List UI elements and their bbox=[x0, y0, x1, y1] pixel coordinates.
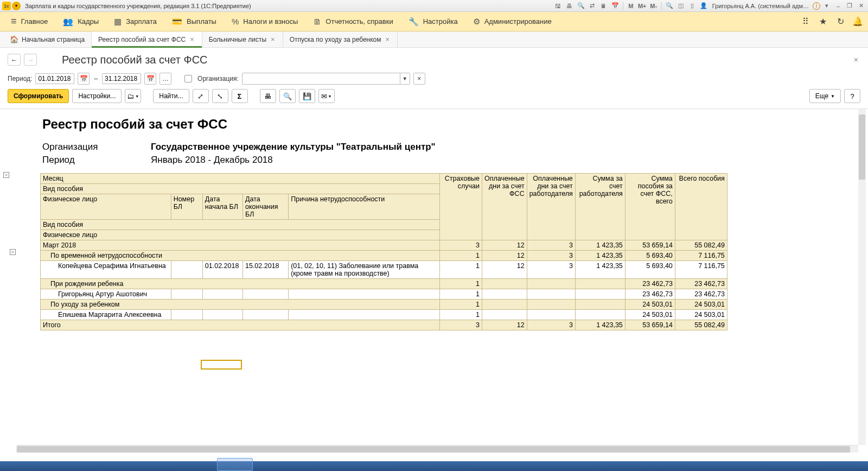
table-row[interactable]: При рождении ребенка123 462,7323 462,73 bbox=[41, 279, 727, 289]
report-scroll[interactable]: Реестр пособий за счет ФСС Организация Г… bbox=[16, 109, 858, 445]
save-button[interactable]: 💾 bbox=[299, 89, 315, 103]
org-checkbox[interactable] bbox=[184, 75, 192, 82]
card-icon: 💳 bbox=[172, 17, 182, 27]
close-icon[interactable]: ✕ bbox=[856, 2, 866, 10]
titlebar: 1c ▾ Зарплата и кадры государственного у… bbox=[0, 0, 868, 12]
tab-childcare-leaves[interactable]: Отпуска по уходу за ребенком× bbox=[283, 31, 398, 47]
expand-button[interactable]: ⤢ bbox=[193, 89, 209, 103]
menu-personnel[interactable]: 👥Кадры bbox=[55, 12, 106, 31]
doc-icon: 🗎 bbox=[313, 17, 321, 26]
m-plus-icon[interactable]: M+ bbox=[637, 2, 647, 10]
panel-icon[interactable]: ▯ bbox=[687, 2, 697, 10]
tree-toggle[interactable]: − bbox=[10, 249, 16, 255]
variants-button[interactable]: 🗂▼ bbox=[125, 89, 141, 103]
org-label: Организация: bbox=[197, 75, 239, 82]
tab-sick-leaves[interactable]: Больничные листы× bbox=[202, 31, 283, 47]
chevron-down-icon[interactable]: ▼ bbox=[400, 73, 410, 84]
compare-icon[interactable]: ⇄ bbox=[588, 2, 597, 10]
th-bl-num: Номер БЛ bbox=[171, 194, 202, 220]
th-paid-fss: Оплаченные дни за счет ФСС bbox=[482, 174, 527, 240]
menu-payments[interactable]: 💳Выплаты bbox=[164, 12, 224, 31]
close-icon[interactable]: × bbox=[270, 35, 276, 43]
people-icon: 👥 bbox=[63, 17, 73, 27]
sum-button[interactable]: Σ bbox=[232, 89, 248, 103]
th-sum-total: Всего пособия bbox=[675, 174, 727, 240]
horizontal-scrollbar[interactable] bbox=[16, 445, 858, 453]
history-icon[interactable]: ↻ bbox=[833, 15, 847, 29]
total-stot: 55 082,49 bbox=[675, 320, 727, 330]
tab-home[interactable]: 🏠Начальная страница bbox=[3, 31, 92, 47]
close-icon[interactable]: × bbox=[385, 35, 391, 43]
report-toolbar: Сформировать Настройки... 🗂▼ Найти... ⤢ … bbox=[0, 89, 868, 109]
user-name[interactable]: Григорьянц А.А. (системный адм… bbox=[710, 3, 811, 9]
m-icon[interactable]: M bbox=[626, 2, 636, 10]
generate-button[interactable]: Сформировать bbox=[8, 89, 69, 103]
tab-fss-registry[interactable]: Реестр пособий за счет ФСС× bbox=[92, 31, 202, 47]
settings-button[interactable]: Настройки... bbox=[72, 89, 122, 103]
preview-icon[interactable]: 🔍 bbox=[576, 2, 586, 10]
find-button[interactable]: Найти... bbox=[153, 89, 189, 103]
star-icon[interactable]: ★ bbox=[816, 15, 830, 29]
menu-label: Зарплата bbox=[126, 17, 157, 26]
calc-icon[interactable]: 🖩 bbox=[599, 2, 609, 10]
menu-admin[interactable]: ⚙Администрирование bbox=[465, 12, 559, 31]
menu-settings[interactable]: 🔧Настройка bbox=[401, 12, 465, 31]
minimize-icon[interactable]: – bbox=[833, 2, 843, 10]
table-row[interactable]: Март 201831231 423,3553 659,1455 082,49 bbox=[41, 240, 727, 251]
help-button[interactable]: ? bbox=[844, 89, 860, 103]
table-row[interactable]: Епишева Маргарита Алексеевна124 503,0124… bbox=[41, 310, 727, 320]
table-row[interactable]: Григорьянц Артур Ашотович123 462,7323 46… bbox=[41, 289, 727, 300]
app-title: Зарплата и кадры государственного учрежд… bbox=[25, 3, 553, 9]
print-icon[interactable]: 🖶 bbox=[565, 2, 575, 10]
more-button[interactable]: Еще ▼ bbox=[809, 89, 841, 103]
email-button[interactable]: ✉▼ bbox=[318, 89, 335, 103]
org-select[interactable]: ▼ bbox=[242, 73, 410, 85]
info-icon[interactable]: i bbox=[813, 2, 820, 10]
bell-icon[interactable]: 🔔 bbox=[851, 15, 865, 29]
app-menu-icon[interactable]: ▾ bbox=[12, 2, 21, 10]
save-icon[interactable]: 🖫 bbox=[553, 2, 563, 10]
table-row[interactable]: По уходу за ребенком124 503,0124 503,01 bbox=[41, 300, 727, 310]
table-row[interactable]: Копейцева Серафима Игнатьевна01.02.20181… bbox=[41, 261, 727, 279]
titlebar-icons: 🖫 🖶 🔍 ⇄ 🖩 📅 M M+ M- 🔍 ◫ ▯ 👤 Григорьянц А… bbox=[553, 2, 866, 10]
close-icon[interactable]: × bbox=[189, 35, 195, 43]
period-more-button[interactable]: … bbox=[159, 73, 171, 85]
m-minus-icon[interactable]: M- bbox=[649, 2, 659, 10]
th-person: Физическое лицо bbox=[41, 194, 171, 220]
tree-toggle[interactable]: − bbox=[3, 172, 9, 178]
menu-main[interactable]: ≡Главное bbox=[3, 12, 55, 31]
th-benefit-type: Вид пособия bbox=[41, 184, 440, 194]
chevron-down-icon[interactable]: ▾ bbox=[822, 2, 832, 10]
zoom-icon[interactable]: 🔍 bbox=[665, 2, 674, 10]
menu-label: Налоги и взносы bbox=[243, 17, 298, 26]
nav-back-button[interactable]: ← bbox=[8, 54, 21, 66]
calendar-to-button[interactable]: 📅 bbox=[144, 73, 156, 85]
selected-cell[interactable] bbox=[201, 360, 242, 370]
maximize-icon[interactable]: ❐ bbox=[845, 2, 854, 10]
print-button[interactable]: 🖶 bbox=[260, 89, 276, 103]
total-sfss: 53 659,14 bbox=[625, 320, 675, 330]
page-close-button[interactable]: × bbox=[852, 53, 860, 66]
windows-icon[interactable]: ◫ bbox=[676, 2, 686, 10]
tree-gutter: − − bbox=[0, 109, 16, 445]
calendar-from-button[interactable]: 📅 bbox=[78, 73, 90, 85]
user-icon: 👤 bbox=[699, 2, 709, 10]
vertical-scrollbar[interactable] bbox=[858, 109, 866, 445]
th-paid-emp: Оплаченные дни за счет работодателя bbox=[527, 174, 575, 240]
date-from-input[interactable] bbox=[35, 73, 74, 84]
collapse-button[interactable]: ⤡ bbox=[212, 89, 228, 103]
menu-reports[interactable]: 🗎Отчетность, справки bbox=[305, 12, 400, 31]
percent-icon: % bbox=[232, 17, 239, 26]
period-meta-label: Период bbox=[42, 155, 140, 166]
org-clear-button[interactable]: × bbox=[413, 73, 425, 85]
preview-button[interactable]: 🔍 bbox=[279, 89, 296, 103]
menu-taxes[interactable]: %Налоги и взносы bbox=[224, 12, 305, 31]
apps-icon[interactable]: ⠿ bbox=[799, 15, 813, 29]
date-to-input[interactable] bbox=[102, 73, 141, 84]
menu-salary[interactable]: ▦Зарплата bbox=[106, 12, 164, 31]
filter-bar: Период: 📅 – 📅 … Организация: ▼ × bbox=[0, 73, 868, 89]
calendar-icon[interactable]: 📅 bbox=[610, 2, 620, 10]
nav-forward-button[interactable]: → bbox=[24, 54, 37, 66]
total-demp: 3 bbox=[527, 320, 575, 330]
table-row[interactable]: По временной нетрудоспособности11231 423… bbox=[41, 251, 727, 261]
